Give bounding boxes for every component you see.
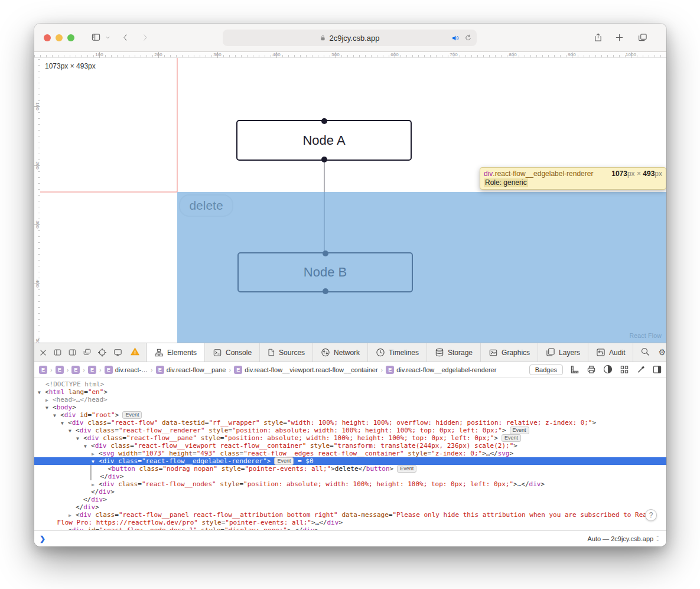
url-text: 2c9jcy.csb.app (329, 34, 379, 43)
ruler-left-number: 500 (34, 339, 40, 343)
dom-tree-node[interactable]: ▶<div class="react-flow__panel react-flo… (34, 511, 666, 519)
forward-button[interactable] (141, 33, 149, 42)
reload-icon[interactable] (464, 34, 472, 42)
collapse-arrow-icon[interactable]: ▼ (76, 435, 83, 442)
inspect-element-icon[interactable] (97, 348, 107, 357)
graphics-icon (489, 349, 498, 357)
detach-window-icon[interactable] (83, 349, 92, 356)
grid-overlay-icon[interactable] (620, 365, 629, 375)
event-badge[interactable]: Event (274, 457, 294, 465)
dom-tree-node[interactable]: ▼<div class="react-flow" data-testid="rf… (34, 419, 666, 427)
back-button[interactable] (122, 33, 129, 42)
execution-context-select[interactable]: Auto — 2c9jcy.csb.app ⌃⌄ (587, 535, 666, 542)
collapse-arrow-icon[interactable]: ▼ (84, 442, 91, 450)
print-styles-icon[interactable] (587, 365, 596, 375)
event-badge[interactable]: Event (502, 434, 521, 442)
dom-tree: <!DOCTYPE html>▼<html lang="en">▶<head>…… (34, 378, 666, 530)
zoom-window-button[interactable] (67, 34, 74, 41)
dom-tree-node[interactable]: ▶<div class="react-flow__nodes" style="p… (34, 480, 666, 488)
timelines-icon (376, 348, 385, 357)
tooltip-classes: .react-flow__edgelabel-renderer (493, 169, 593, 178)
breadcrumb-item[interactable]: Ediv.react-flow__viewport.react-flow__co… (234, 366, 377, 374)
search-icon[interactable] (640, 347, 650, 358)
dom-tree-node[interactable]: ▼<body> (34, 403, 666, 411)
address-bar[interactable]: 2c9jcy.csb.app (223, 30, 477, 46)
flow-node-a[interactable]: Node A (236, 120, 412, 161)
dom-tree-node[interactable]: ▶<head>…</head> (34, 396, 666, 403)
ruler-left-number: 100 (34, 102, 40, 110)
breadcrumb-item[interactable]: E (56, 366, 64, 374)
collapse-arrow-icon[interactable]: ▼ (69, 427, 76, 435)
ruler-top: 1002003004005006007008009001000 (34, 52, 666, 58)
tab-storage[interactable]: Storage (426, 343, 480, 362)
event-badge[interactable]: Event (122, 411, 142, 419)
dom-tree-node[interactable]: <button class="nodrag nopan" style="poin… (34, 465, 666, 473)
breadcrumb-item[interactable]: E (39, 366, 47, 374)
issues-warning-icon[interactable] (130, 347, 140, 358)
event-badge[interactable]: Event (510, 427, 529, 434)
dom-tree-node[interactable]: ▼<div id="root">Event (34, 411, 666, 419)
collapse-arrow-icon[interactable]: ▼ (61, 419, 68, 427)
dom-tree-node[interactable]: ▼<html lang="en"> (34, 388, 666, 396)
close-inspector-icon[interactable] (39, 349, 47, 357)
audio-mute-icon[interactable] (451, 34, 460, 42)
sidebar-icon[interactable] (91, 33, 101, 42)
event-badge[interactable]: Event (397, 465, 416, 473)
chevron-down-icon[interactable] (105, 34, 111, 41)
share-icon[interactable] (594, 32, 603, 43)
element-highlight-overlay (177, 192, 666, 343)
dom-tree-node[interactable]: </div> (34, 503, 666, 511)
node-a-top-handle[interactable] (321, 118, 327, 124)
help-button[interactable]: ? (645, 509, 657, 521)
dom-tree-node[interactable]: ▼<div class="react-flow__viewport react-… (34, 442, 666, 450)
dom-tree-node[interactable]: </div> (34, 496, 666, 503)
tab-network[interactable]: Network (312, 343, 367, 362)
new-tab-icon[interactable] (615, 33, 624, 42)
minimize-window-button[interactable] (56, 34, 63, 41)
quick-console-prompt[interactable]: ❯ (34, 535, 45, 543)
breadcrumb-item[interactable]: E (88, 366, 96, 374)
ruler-top-number: 500 (331, 52, 339, 57)
tab-timelines[interactable]: Timelines (367, 343, 426, 362)
node-a-bottom-handle[interactable] (321, 157, 327, 162)
close-window-button[interactable] (44, 34, 51, 41)
breadcrumb-item[interactable]: Ediv.react-flow__pane (156, 366, 226, 374)
tab-layers[interactable]: Layers (538, 343, 588, 362)
rulers-toggle-icon[interactable] (570, 365, 579, 375)
tab-console[interactable]: Console (204, 343, 259, 362)
breadcrumb-item[interactable]: E (71, 366, 80, 374)
tab-overview-icon[interactable] (638, 33, 647, 42)
appearance-toggle-icon[interactable] (603, 365, 613, 375)
settings-gear-icon[interactable]: ⚙ (658, 348, 666, 357)
select-stepper-icon: ⌃⌄ (656, 536, 659, 542)
breadcrumb-item[interactable]: Ediv.react-flow__edgelabel-renderer (386, 366, 496, 374)
breadcrumb-label: div.react-flow__viewport.react-flow__con… (245, 366, 377, 373)
ruler-top-number: 1000 (626, 52, 636, 57)
collapse-arrow-icon[interactable]: ▼ (92, 458, 99, 466)
device-settings-icon[interactable] (113, 349, 123, 357)
dom-tree-node[interactable]: ▶<svg width="1073" height="493" class="r… (34, 450, 666, 457)
dom-tree-node[interactable]: </div> (34, 488, 666, 496)
badges-button[interactable]: Badges (529, 365, 563, 375)
details-sidebar-icon[interactable] (653, 365, 662, 375)
dom-tree-node[interactable]: Flow Pro: https://reactflow.dev/pro" sty… (34, 519, 666, 526)
dock-bottom-icon[interactable] (68, 349, 77, 356)
ruler-top-number: 900 (568, 52, 575, 57)
tab-elements[interactable]: Elements (146, 343, 204, 362)
dom-tree-node[interactable]: </div> (34, 473, 666, 480)
tab-audit[interactable]: Audit (588, 343, 633, 362)
dock-right-icon[interactable] (53, 349, 62, 356)
element-info-tooltip: div.react-flow__edgelabel-renderer 1073p… (480, 167, 666, 190)
breadcrumb-item[interactable]: Ediv.react-… (105, 366, 148, 374)
dom-tree-node[interactable]: ▼<div class="react-flow__renderer" style… (34, 427, 666, 434)
collapse-arrow-icon[interactable]: ▼ (38, 389, 45, 396)
collapse-arrow-icon[interactable]: ▼ (45, 404, 53, 412)
tab-graphics[interactable]: Graphics (480, 343, 538, 362)
dom-tree-node[interactable]: ▼<div class="react-flow__pane" style="po… (34, 434, 666, 442)
tab-sources[interactable]: Sources (259, 343, 312, 362)
collapse-arrow-icon[interactable]: ▼ (53, 412, 60, 419)
dom-tree-node[interactable]: <!DOCTYPE html> (34, 380, 666, 388)
edit-styles-icon[interactable] (636, 365, 646, 375)
tab-label: Elements (167, 349, 197, 357)
dom-tree-node-selected[interactable]: ▼<div class="react-flow__edgelabel-rende… (34, 457, 666, 465)
